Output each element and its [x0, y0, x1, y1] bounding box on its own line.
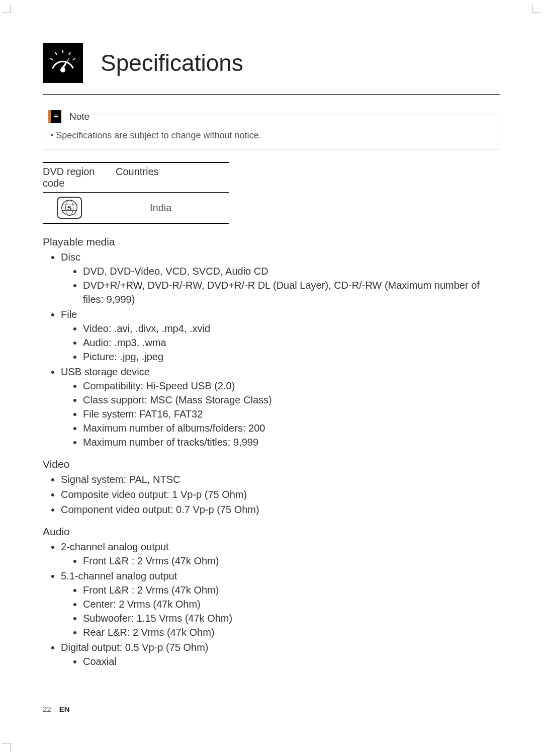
list-item: Coaxial: [83, 654, 500, 668]
crop-mark: [2, 743, 11, 752]
crop-mark: [2, 4, 11, 13]
page-title: Specifications: [101, 49, 243, 76]
note-text: Specifications are subject to change wit…: [43, 123, 500, 149]
list-item: Picture: .jpg, .jpeg: [83, 350, 500, 364]
region-table: DVD region code Countries 5 India: [43, 162, 229, 224]
region-col1-header: DVD region code: [43, 163, 116, 192]
list-item: Class support: MSC (Mass Storage Class): [83, 393, 500, 407]
list-item: Front L&R : 2 Vrms (47k Ohm): [83, 554, 500, 568]
list-item: Compatibility: Hi-Speed USB (2.0): [83, 379, 500, 393]
five-ch-label: 5.1-channel analog output: [61, 570, 177, 581]
region-globe-icon: 5: [57, 197, 82, 219]
list-item: Video: .avi, .divx, .mp4, .xvid: [83, 321, 500, 335]
list-item: Composite video output: 1 Vp-p (75 Ohm): [61, 487, 500, 501]
list-item: Component video output: 0.7 Vp-p (75 Ohm…: [61, 502, 500, 517]
audio-heading: Audio: [43, 526, 500, 538]
page-header: Specifications: [43, 43, 500, 95]
video-list: Signal system: PAL, NTSC Composite video…: [43, 472, 500, 517]
list-item: Maximum number of albums/folders: 200: [83, 421, 500, 435]
file-label: File: [61, 309, 77, 320]
crop-mark: [532, 4, 541, 13]
svg-line-3: [50, 58, 53, 60]
list-item: Audio: .mp3, .wma: [83, 335, 500, 350]
list-item: Signal system: PAL, NTSC: [61, 472, 500, 486]
two-ch-label: 2-channel analog output: [61, 541, 169, 552]
disc-label: Disc: [61, 251, 80, 263]
svg-line-2: [69, 52, 70, 55]
list-item: DVD, DVD-Video, VCD, SVCD, Audio CD: [83, 264, 500, 278]
page-number: 22: [43, 705, 51, 713]
list-item: DVD+R/+RW, DVD-R/-RW, DVD+R/-R DL (Dual …: [83, 278, 500, 306]
audio-list: 2-channel analog output Front L&R : 2 Vr…: [43, 540, 500, 668]
svg-line-4: [73, 58, 75, 60]
page-language: EN: [59, 705, 70, 713]
digital-label: Digital output: 0.5 Vp-p (75 Ohm): [61, 642, 208, 653]
region-col2-header: Countries: [116, 163, 229, 192]
list-item: Maximum number of tracks/titles: 9,999: [83, 435, 500, 449]
list-item: Rear L&R: 2 Vrms (47k Ohm): [83, 625, 500, 639]
gauge-icon: [43, 43, 83, 83]
video-heading: Video: [43, 458, 500, 470]
svg-text:5: 5: [67, 204, 72, 212]
svg-point-6: [60, 67, 65, 72]
note-label: Note: [67, 111, 92, 122]
svg-line-1: [55, 52, 57, 55]
region-country: India: [150, 202, 229, 214]
playable-media-list: Disc DVD, DVD-Video, VCD, SVCD, Audio CD…: [43, 250, 500, 449]
playable-media-heading: Playable media: [43, 236, 500, 248]
page-footer: 22 EN: [43, 705, 70, 713]
list-item: Front L&R : 2 Vrms (47k Ohm): [83, 583, 500, 597]
list-item: File system: FAT16, FAT32: [83, 407, 500, 421]
note-box: ≡ Note Specifications are subject to cha…: [43, 115, 500, 149]
list-item: Center: 2 Vrms (47k Ohm): [83, 597, 500, 611]
note-icon: ≡: [48, 110, 61, 123]
list-item: Subwoofer: 1.15 Vrms (47k Ohm): [83, 611, 500, 625]
usb-label: USB storage device: [61, 366, 150, 377]
